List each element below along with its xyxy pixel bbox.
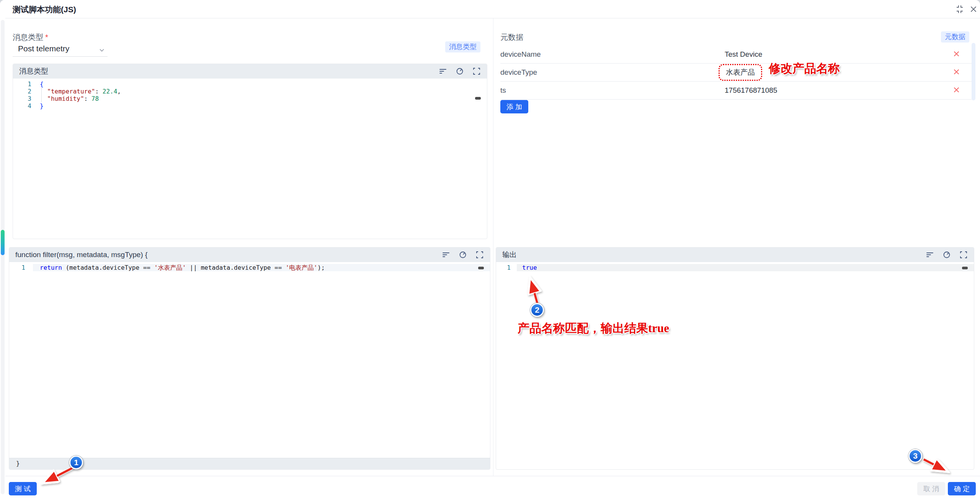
format-lines-icon <box>926 251 934 259</box>
delete-row-button[interactable] <box>941 87 972 94</box>
line-number: 1 <box>13 80 37 88</box>
editor-scrollbar-thumb[interactable] <box>475 97 481 100</box>
clear-button[interactable] <box>459 251 467 259</box>
code-line[interactable]: 1true <box>496 264 974 271</box>
payload-editor-header: 消息类型 <box>13 64 487 79</box>
modal-scrollbar-thumb[interactable] <box>1 230 5 255</box>
delete-x-icon <box>954 88 959 94</box>
fullscreen-button[interactable] <box>472 67 481 75</box>
delete-x-icon <box>954 70 959 76</box>
filter-script-editor: function filter(msg, metadata, msgType) … <box>9 247 490 470</box>
close-icon <box>970 5 977 13</box>
message-type-select[interactable]: Post telemetry <box>13 41 108 57</box>
format-lines-icon <box>442 251 450 259</box>
script-function-signature: function filter(msg, metadata, msgType) … <box>15 251 442 259</box>
output-editor-title: 输出 <box>502 250 926 260</box>
line-number: 1 <box>9 264 33 271</box>
metadata-row: deviceNameTest Device <box>500 46 972 64</box>
format-button[interactable] <box>442 251 450 259</box>
metadata-row: ts1756176871085 <box>500 82 972 100</box>
editor-scrollbar-thumb[interactable] <box>478 267 484 269</box>
dialog-title: 测试脚本功能(JS) <box>13 4 76 15</box>
payload-code-area[interactable]: 1{2 "temperature": 22.4,3 "humidity": 78… <box>13 79 487 110</box>
format-button[interactable] <box>439 67 447 75</box>
metadata-value-field[interactable]: Test Device <box>725 50 941 59</box>
editor-scrollbar-thumb[interactable] <box>962 267 968 269</box>
add-metadata-button[interactable]: 添 加 <box>500 100 528 113</box>
message-type-badge: 消息类型 <box>445 41 480 52</box>
line-number: 4 <box>13 102 37 110</box>
code-line[interactable]: 2 "temperature": 22.4, <box>13 88 487 95</box>
metadata-key-field[interactable]: deviceName <box>500 50 725 59</box>
code-line[interactable]: 3 "humidity": 78 <box>13 95 487 102</box>
fullscreen-icon <box>472 67 481 75</box>
required-mark: * <box>45 33 48 41</box>
circle-slash-icon <box>456 67 464 75</box>
payload-editor-title: 消息类型 <box>19 66 439 76</box>
collapse-icon <box>956 5 964 13</box>
payload-editor: 消息类型 1{2 "temperature": 22.4,3 "humidity… <box>13 64 487 239</box>
delete-x-icon <box>954 52 959 58</box>
highlighted-value-box: 水表产品 <box>719 64 762 81</box>
line-number: 3 <box>13 95 37 102</box>
test-script-dialog: 测试脚本功能(JS) 消息类型* Post telemetry <box>0 0 980 500</box>
clear-button[interactable] <box>456 67 464 75</box>
modal-scrollbar-area <box>0 0 5 500</box>
output-editor-header: 输出 <box>496 248 974 262</box>
output-editor: 输出 1true <box>496 247 974 470</box>
metadata-label: 元数据 <box>500 32 523 43</box>
script-code-area[interactable]: 1return (metadata.deviceType == '水表产品' |… <box>9 262 490 271</box>
output-code-area[interactable]: 1true <box>496 262 974 271</box>
code-line[interactable]: 1{ <box>13 80 487 88</box>
metadata-key-field[interactable]: deviceType <box>500 68 725 77</box>
chevron-down-icon <box>98 46 105 56</box>
fullscreen-button[interactable] <box>959 251 968 259</box>
metadata-row: deviceType水表产品 <box>500 64 972 82</box>
test-button[interactable]: 测 试 <box>9 482 37 495</box>
indent-guide <box>41 88 42 102</box>
line-number: 2 <box>13 88 37 95</box>
circle-slash-icon <box>942 251 951 259</box>
fullscreen-button[interactable] <box>475 251 484 259</box>
metadata-key-field[interactable]: ts <box>500 86 725 95</box>
fullscreen-icon <box>959 251 968 259</box>
code-line[interactable]: 1return (metadata.deviceType == '水表产品' |… <box>9 264 490 271</box>
format-button[interactable] <box>926 251 934 259</box>
panel-divider <box>493 18 493 476</box>
cancel-button[interactable]: 取 消 <box>917 482 945 495</box>
dialog-footer: 测 试 取 消 确 定 <box>0 476 980 500</box>
metadata-value-field[interactable]: 1756176871085 <box>725 86 941 95</box>
format-lines-icon <box>439 67 447 75</box>
collapse-button[interactable] <box>955 4 965 14</box>
script-function-close: } <box>9 458 490 469</box>
metadata-table: deviceNameTest DevicedeviceType水表产品ts175… <box>500 46 972 100</box>
confirm-button[interactable]: 确 定 <box>948 482 976 495</box>
clear-button[interactable] <box>942 251 951 259</box>
line-number: 1 <box>496 264 517 271</box>
metadata-scrollbar[interactable] <box>972 43 975 100</box>
message-type-select-value: Post telemetry <box>18 44 69 53</box>
close-button[interactable] <box>969 4 978 14</box>
script-editor-header: function filter(msg, metadata, msgType) … <box>9 248 490 262</box>
metadata-badge: 元数据 <box>941 31 969 43</box>
modal-scrollbar-track <box>1 20 5 494</box>
code-line[interactable]: 4} <box>13 102 487 110</box>
metadata-value-field[interactable]: 水表产品 <box>725 66 941 79</box>
delete-row-button[interactable] <box>941 51 972 58</box>
delete-row-button[interactable] <box>941 69 972 76</box>
dialog-header: 测试脚本功能(JS) <box>0 0 980 18</box>
fullscreen-icon <box>475 251 484 259</box>
circle-slash-icon <box>459 251 467 259</box>
